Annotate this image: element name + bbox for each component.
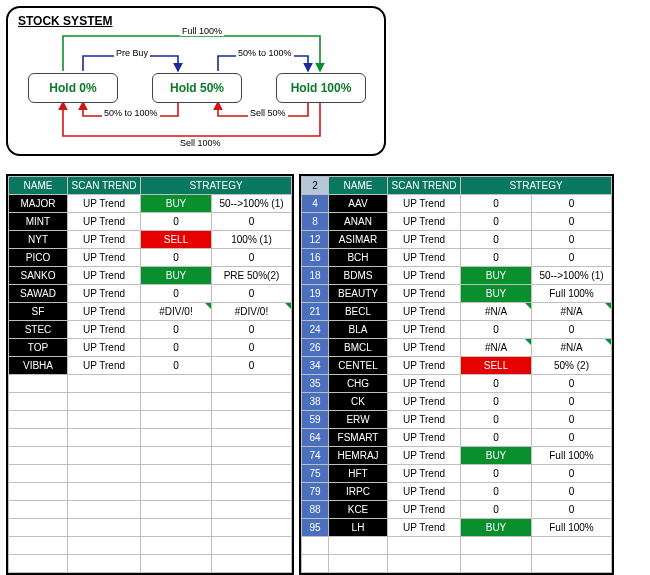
cell-signal[interactable]: 0: [461, 501, 532, 519]
cell-trend[interactable]: UP Trend: [68, 213, 141, 231]
cell-name[interactable]: BECL: [329, 303, 388, 321]
table-row[interactable]: 4AAVUP Trend00: [302, 195, 612, 213]
cell-trend[interactable]: UP Trend: [68, 339, 141, 357]
cell-signal[interactable]: SELL: [141, 231, 212, 249]
cell-rownum[interactable]: 4: [302, 195, 329, 213]
cell-signal[interactable]: 0: [141, 339, 212, 357]
table-row[interactable]: 24BLAUP Trend00: [302, 321, 612, 339]
cell-arg[interactable]: 0: [532, 231, 612, 249]
cell-trend[interactable]: UP Trend: [68, 249, 141, 267]
table-row[interactable]: 19BEAUTYUP TrendBUYFull 100%: [302, 285, 612, 303]
cell-rownum[interactable]: 19: [302, 285, 329, 303]
cell-trend[interactable]: UP Trend: [388, 411, 461, 429]
cell-arg[interactable]: Full 100%: [532, 519, 612, 537]
cell-signal[interactable]: 0: [141, 249, 212, 267]
cell-arg[interactable]: 0: [532, 375, 612, 393]
cell-signal[interactable]: SELL: [461, 357, 532, 375]
table-row[interactable]: 88KCEUP Trend00: [302, 501, 612, 519]
cell-name[interactable]: ERW: [329, 411, 388, 429]
table-row-empty[interactable]: [9, 465, 292, 483]
cell-trend[interactable]: UP Trend: [388, 303, 461, 321]
table-row[interactable]: TOPUP Trend00: [9, 339, 292, 357]
table-row[interactable]: 74HEMRAJUP TrendBUYFull 100%: [302, 447, 612, 465]
cell-trend[interactable]: UP Trend: [388, 339, 461, 357]
table-row[interactable]: 79IRPCUP Trend00: [302, 483, 612, 501]
cell-name[interactable]: AAV: [329, 195, 388, 213]
cell-signal[interactable]: BUY: [461, 447, 532, 465]
cell-arg[interactable]: 0: [212, 321, 292, 339]
table-row[interactable]: 21BECLUP Trend#N/A#N/A: [302, 303, 612, 321]
cell-rownum[interactable]: 12: [302, 231, 329, 249]
cell-arg[interactable]: #N/A: [532, 303, 612, 321]
cell-rownum[interactable]: 21: [302, 303, 329, 321]
cell-signal[interactable]: BUY: [461, 519, 532, 537]
cell-rownum[interactable]: 18: [302, 267, 329, 285]
table-row-empty[interactable]: [9, 555, 292, 573]
cell-signal[interactable]: #N/A: [461, 339, 532, 357]
cell-signal[interactable]: 0: [141, 357, 212, 375]
table-row[interactable]: 38CKUP Trend00: [302, 393, 612, 411]
cell-rownum[interactable]: 75: [302, 465, 329, 483]
cell-arg[interactable]: 0: [532, 411, 612, 429]
cell-name[interactable]: IRPC: [329, 483, 388, 501]
table-row[interactable]: NYTUP TrendSELL100% (1): [9, 231, 292, 249]
table-row-empty[interactable]: [302, 537, 612, 555]
cell-arg[interactable]: 50-->100% (1): [212, 195, 292, 213]
cell-arg[interactable]: #N/A: [532, 339, 612, 357]
cell-trend[interactable]: UP Trend: [68, 357, 141, 375]
table-row-empty[interactable]: [9, 411, 292, 429]
cell-name[interactable]: BEAUTY: [329, 285, 388, 303]
cell-signal[interactable]: 0: [461, 321, 532, 339]
table-row-empty[interactable]: [9, 393, 292, 411]
cell-name[interactable]: BCH: [329, 249, 388, 267]
cell-name[interactable]: VIBHA: [9, 357, 68, 375]
cell-rownum[interactable]: 38: [302, 393, 329, 411]
cell-signal[interactable]: 0: [461, 393, 532, 411]
cell-rownum[interactable]: 64: [302, 429, 329, 447]
cell-name[interactable]: STEC: [9, 321, 68, 339]
cell-trend[interactable]: UP Trend: [388, 213, 461, 231]
table-row[interactable]: SFUP Trend#DIV/0!#DIV/0!: [9, 303, 292, 321]
cell-trend[interactable]: UP Trend: [388, 357, 461, 375]
cell-signal[interactable]: 0: [461, 249, 532, 267]
table-row[interactable]: 64FSMARTUP Trend00: [302, 429, 612, 447]
cell-name[interactable]: ANAN: [329, 213, 388, 231]
table-row[interactable]: 59ERWUP Trend00: [302, 411, 612, 429]
cell-signal[interactable]: 0: [461, 411, 532, 429]
table-row-empty[interactable]: [9, 501, 292, 519]
table-row[interactable]: 18BDMSUP TrendBUY50-->100% (1): [302, 267, 612, 285]
table-row-empty[interactable]: [9, 375, 292, 393]
cell-arg[interactable]: 100% (1): [212, 231, 292, 249]
cell-rownum[interactable]: 59: [302, 411, 329, 429]
cell-trend[interactable]: UP Trend: [68, 195, 141, 213]
table-row[interactable]: 34CENTELUP TrendSELL50% (2): [302, 357, 612, 375]
cell-rownum[interactable]: 8: [302, 213, 329, 231]
table-row-empty[interactable]: [9, 429, 292, 447]
cell-arg[interactable]: 0: [532, 465, 612, 483]
cell-arg[interactable]: Full 100%: [532, 447, 612, 465]
table-row-empty[interactable]: [302, 555, 612, 573]
table-row[interactable]: 26BMCLUP Trend#N/A#N/A: [302, 339, 612, 357]
hdr-scan-trend[interactable]: SCAN TREND: [68, 177, 141, 195]
cell-name[interactable]: HEMRAJ: [329, 447, 388, 465]
cell-arg[interactable]: 0: [212, 285, 292, 303]
cell-signal[interactable]: BUY: [141, 195, 212, 213]
cell-rownum[interactable]: 26: [302, 339, 329, 357]
cell-trend[interactable]: UP Trend: [68, 231, 141, 249]
table-row[interactable]: 75HFTUP Trend00: [302, 465, 612, 483]
cell-trend[interactable]: UP Trend: [388, 267, 461, 285]
cell-trend[interactable]: UP Trend: [388, 195, 461, 213]
cell-name[interactable]: MINT: [9, 213, 68, 231]
cell-signal[interactable]: #N/A: [461, 303, 532, 321]
cell-name[interactable]: CHG: [329, 375, 388, 393]
table-row-empty[interactable]: [9, 447, 292, 465]
cell-signal[interactable]: 0: [461, 195, 532, 213]
table-row[interactable]: STECUP Trend00: [9, 321, 292, 339]
cell-trend[interactable]: UP Trend: [388, 231, 461, 249]
cell-rownum[interactable]: 35: [302, 375, 329, 393]
cell-name[interactable]: SF: [9, 303, 68, 321]
cell-signal[interactable]: 0: [461, 429, 532, 447]
table-row[interactable]: SAWADUP Trend00: [9, 285, 292, 303]
cell-signal[interactable]: BUY: [141, 267, 212, 285]
cell-signal[interactable]: 0: [461, 213, 532, 231]
